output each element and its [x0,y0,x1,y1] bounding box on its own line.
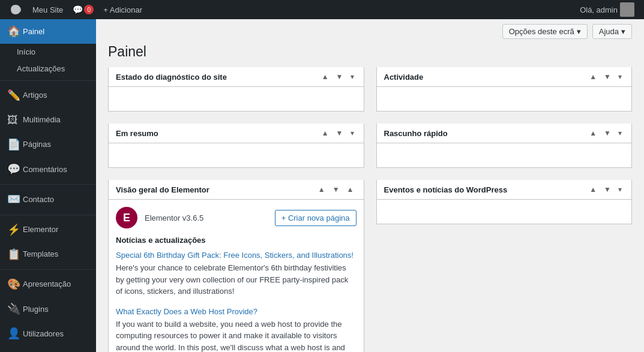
widget-diagnostico-title: Estado do diagnóstico do site [116,73,317,82]
site-name-label: Meu Site [32,5,63,14]
sidebar-item-utilizadores[interactable]: 👤 Utilizadores [0,321,96,346]
sidebar-item-inicio[interactable]: Início [0,44,96,61]
greeting-item[interactable]: Olá, admin [575,2,639,17]
wp-logo-item[interactable] [5,0,28,19]
contacto-label: Contacto [23,194,54,205]
artigos-label: Artigos [23,90,47,101]
widget-rascunho-toggle[interactable]: ▾ [616,128,624,138]
widget-resumo-up[interactable]: ▲ [319,128,331,138]
widget-diagnostico-body [109,87,364,111]
widget-rascunho: Rascunho rápido ▲ ▼ ▾ [376,124,633,168]
sidebar-item-paginas[interactable]: 📄 Páginas [0,133,96,157]
news-text-2: If you want to build a website, you need… [116,318,357,353]
plugins-label: Plugins [23,304,49,315]
widget-actividade-down[interactable]: ▼ [601,72,613,82]
sidebar-divider-1 [0,80,96,81]
news-link-2[interactable]: What Exactly Does a Web Host Provide? [116,307,357,316]
widget-diagnostico-toggle[interactable]: ▾ [348,72,357,82]
sidebar-item-comentarios[interactable]: 💬 Comentários [0,157,96,182]
widget-eventos-up[interactable]: ▲ [587,185,599,194]
sidebar-item-painel[interactable]: 🏠 Painel [0,19,96,44]
page-title: Painel [96,44,644,67]
widget-eventos-header[interactable]: Eventos e notícias do WordPress ▲ ▼ ▾ [377,180,632,200]
elementor-logo-row: E Elementor v3.6.5 + Criar nova página [116,207,357,228]
widget-resumo-down[interactable]: ▼ [334,128,346,138]
widget-diagnostico: Estado do diagnóstico do site ▲ ▼ ▾ [108,67,364,112]
apresentacao-icon: 🎨 [7,277,18,292]
widget-diagnostico-header[interactable]: Estado do diagnóstico do site ▲ ▼ ▾ [109,67,364,87]
elementor-label: Elementor [23,224,58,235]
widget-rascunho-header[interactable]: Rascunho rápido ▲ ▼ ▾ [377,124,632,143]
sidebar-item-multimidia[interactable]: 🖼 Multimédia [0,108,96,133]
widget-actividade-header[interactable]: Actividade ▲ ▼ ▾ [377,67,632,87]
greeting-label: Olá, admin [580,5,618,14]
sidebar-item-contacto[interactable]: ✉️ Contacto [0,187,96,212]
artigos-icon: ✏️ [7,88,18,103]
criar-nova-pagina-button[interactable]: + Criar nova página [275,210,357,226]
criar-btn-label: + Criar nova página [281,213,350,222]
widget-elementor-title: Visão geral do Elementor [116,185,313,194]
chevron-down-icon: ▾ [577,27,581,36]
comments-icon: 💬 [73,5,83,14]
widget-rascunho-body [377,143,632,167]
widget-elementor-expand[interactable]: ▲ [345,185,357,194]
elementor-version-label: Elementor v3.6.5 [145,213,203,222]
widget-elementor-body: E Elementor v3.6.5 + Criar nova página N… [109,200,364,352]
paginas-icon: 📄 [7,137,18,152]
sidebar-item-apresentacao[interactable]: 🎨 Apresentação [0,272,96,297]
widget-elementor-header[interactable]: Visão geral do Elementor ▲ ▼ ▲ [109,180,364,200]
add-new-label: + Adicionar [103,5,142,14]
comentarios-icon: 💬 [7,162,18,177]
sidebar-item-ferramentas[interactable]: 🔧 Ferramentas [0,346,96,352]
widget-eventos-body [377,200,632,224]
widget-actividade-toggle[interactable]: ▾ [616,72,624,82]
widget-rascunho-down[interactable]: ▼ [601,128,613,138]
help-chevron-icon: ▾ [621,27,625,36]
widget-rascunho-up[interactable]: ▲ [587,128,599,138]
widgets-grid: Estado do diagnóstico do site ▲ ▼ ▾ Em r… [96,67,644,352]
news-item-2: What Exactly Does a Web Host Provide? If… [116,307,357,353]
help-button[interactable]: Ajuda ▾ [592,24,632,39]
widget-resumo-header[interactable]: Em resumo ▲ ▼ ▾ [109,124,364,143]
comments-bubble: 0 [84,5,94,14]
widget-elementor: Visão geral do Elementor ▲ ▼ ▲ E Element… [108,180,364,352]
widget-eventos-down[interactable]: ▼ [601,185,613,194]
sidebar-item-artigos[interactable]: ✏️ Artigos [0,83,96,108]
my-site-item[interactable]: Meu Site [28,0,68,19]
widget-resumo-title: Em resumo [116,129,317,138]
comments-item[interactable]: 💬 0 [68,0,98,19]
wordpress-icon [10,4,22,16]
paginas-label: Páginas [23,139,51,150]
widget-diagnostico-down[interactable]: ▼ [334,72,346,82]
elementor-logo-circle: E [116,207,137,228]
utilizadores-label: Utilizadores [23,329,64,339]
widget-resumo-toggle[interactable]: ▾ [348,128,357,138]
sidebar-item-actualizacoes[interactable]: Actualizações [0,61,96,77]
sidebar-item-plugins[interactable]: 🔌 Plugins [0,297,96,321]
widget-eventos-toggle[interactable]: ▾ [616,185,624,194]
news-link-1[interactable]: Special 6th Birthday Gift Pack: Free Ico… [116,251,357,260]
widget-elementor-down[interactable]: ▼ [330,185,342,194]
screen-options-button[interactable]: Opções deste ecrã ▾ [502,24,588,39]
widget-resumo-body [109,143,364,167]
inicio-label: Início [17,47,35,58]
widget-diagnostico-up[interactable]: ▲ [319,72,331,82]
sidebar-item-elementor[interactable]: ⚡ Elementor [0,218,96,242]
elementor-logo-letter: E [123,212,130,224]
widget-resumo: Em resumo ▲ ▼ ▾ [108,124,364,168]
widget-elementor-up[interactable]: ▲ [316,185,328,194]
widget-actividade-up[interactable]: ▲ [587,72,599,82]
news-section-title: Notícias e actualizações [116,236,357,245]
widget-actividade-title: Actividade [384,73,585,82]
main-layout: 🏠 Painel Início Actualizações ✏️ Artigos… [0,19,644,352]
templates-label: Templates [23,249,58,260]
widget-eventos: Eventos e notícias do WordPress ▲ ▼ ▾ [376,180,633,224]
sidebar-divider-2 [0,184,96,185]
utilizadores-icon: 👤 [7,326,18,341]
content-area: Opções deste ecrã ▾ Ajuda ▾ Painel Estad… [96,19,644,352]
apresentacao-label: Apresentação [23,279,71,290]
add-new-item[interactable]: + Adicionar [98,0,147,19]
widget-rascunho-title: Rascunho rápido [384,129,585,138]
help-label: Ajuda [599,27,619,36]
sidebar-item-templates[interactable]: 📋 Templates [0,242,96,267]
